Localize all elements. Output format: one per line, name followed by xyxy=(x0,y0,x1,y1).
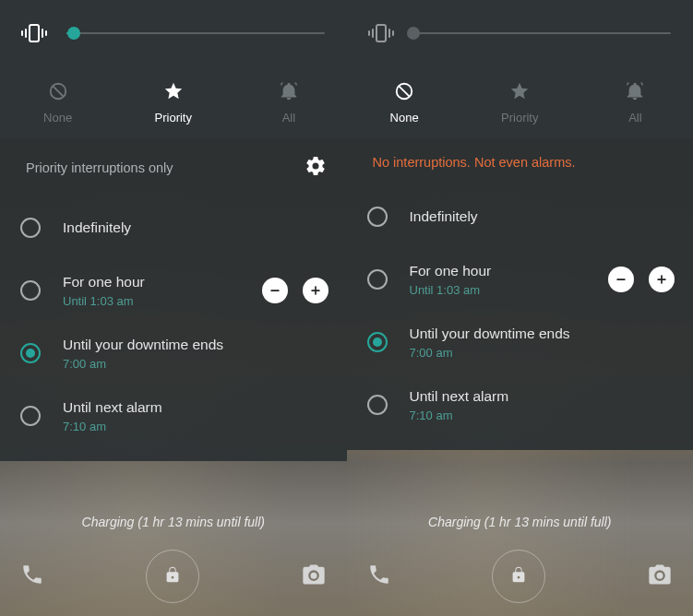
lock-icon xyxy=(162,564,183,588)
radio-icon xyxy=(367,269,388,290)
star-icon xyxy=(509,81,530,105)
duration-panel: No interruptions. Not even alarms. Indef… xyxy=(347,138,694,450)
gear-icon[interactable] xyxy=(305,155,327,181)
mode-none-label: None xyxy=(43,111,72,124)
header-title: No interruptions. Not even alarms. xyxy=(373,155,576,170)
option-title: Until your downtime ends xyxy=(63,337,329,353)
device-right: None Priority All No interruptions. Not … xyxy=(347,0,694,616)
volume-slider[interactable] xyxy=(66,32,325,34)
svg-rect-3 xyxy=(42,29,43,38)
charging-status: Charging (1 hr 13 mins until full) xyxy=(0,515,347,529)
camera-icon[interactable] xyxy=(647,562,673,591)
option-for-one-hour[interactable]: For one hour Until 1:03 am xyxy=(13,262,334,319)
duration-panel: Priority interruptions only Indefinitely… xyxy=(0,138,347,461)
radio-icon xyxy=(20,343,41,363)
camera-icon[interactable] xyxy=(301,562,327,591)
volume-row xyxy=(0,0,347,66)
radio-icon xyxy=(20,218,41,238)
vibrate-icon xyxy=(18,22,50,44)
bell-icon xyxy=(625,81,645,105)
vibrate-icon xyxy=(365,22,397,44)
option-title: For one hour xyxy=(410,263,602,279)
radio-icon xyxy=(367,207,388,227)
option-title: For one hour xyxy=(63,274,255,290)
option-title: Indefinitely xyxy=(63,219,329,236)
plus-button[interactable] xyxy=(649,267,675,292)
option-until-next-alarm[interactable]: Until next alarm 7:10 am xyxy=(360,376,681,433)
lock-icon xyxy=(508,564,529,588)
plus-button[interactable] xyxy=(303,278,329,303)
mode-priority-label: Priority xyxy=(155,111,192,124)
option-subtitle: 7:10 am xyxy=(410,409,675,422)
minus-button[interactable] xyxy=(608,267,634,292)
volume-panel: None Priority All xyxy=(0,0,347,138)
option-title: Indefinitely xyxy=(410,208,675,225)
mode-all-label: All xyxy=(282,111,295,124)
panel-header: Priority interruptions only xyxy=(13,155,334,199)
option-subtitle: 7:00 am xyxy=(410,346,675,360)
mode-all-label: All xyxy=(628,111,641,124)
minus-button[interactable] xyxy=(262,278,288,303)
interruption-modes: None Priority All xyxy=(0,66,347,138)
device-left: None Priority All Priority interruptions… xyxy=(0,0,347,616)
option-title: Until your downtime ends xyxy=(410,326,675,342)
mode-priority[interactable]: Priority xyxy=(462,66,578,138)
svg-line-6 xyxy=(53,86,64,97)
duration-options: Indefinitely For one hour Until 1:03 am … xyxy=(13,199,334,444)
radio-icon xyxy=(367,395,388,415)
svg-rect-19 xyxy=(661,275,663,283)
svg-rect-14 xyxy=(392,30,394,36)
mode-none[interactable]: None xyxy=(347,66,462,138)
lock-screen-bottom: Charging (1 hr 13 mins until full) xyxy=(0,515,347,616)
radio-icon xyxy=(367,332,388,352)
option-for-one-hour[interactable]: For one hour Until 1:03 am xyxy=(360,251,681,308)
option-until-downtime-ends[interactable]: Until your downtime ends 7:00 am xyxy=(13,325,334,382)
mode-priority[interactable]: Priority xyxy=(115,66,231,138)
svg-rect-4 xyxy=(45,30,47,36)
option-until-downtime-ends[interactable]: Until your downtime ends 7:00 am xyxy=(360,314,681,371)
radio-icon xyxy=(20,406,41,426)
star-icon xyxy=(163,81,184,105)
phone-icon[interactable] xyxy=(367,563,391,590)
volume-row xyxy=(347,0,694,66)
option-subtitle: Until 1:03 am xyxy=(63,294,255,308)
option-title: Until next alarm xyxy=(410,388,675,405)
unlock-button[interactable] xyxy=(146,550,199,603)
mode-all[interactable]: All xyxy=(231,66,346,138)
volume-slider[interactable] xyxy=(413,32,672,34)
svg-rect-9 xyxy=(315,286,317,294)
svg-rect-2 xyxy=(21,30,23,36)
option-subtitle: Until 1:03 am xyxy=(410,283,602,297)
svg-line-16 xyxy=(399,86,410,97)
option-subtitle: 7:00 am xyxy=(63,357,329,371)
volume-panel: None Priority All xyxy=(347,0,694,138)
mode-none[interactable]: None xyxy=(0,66,115,138)
phone-icon[interactable] xyxy=(20,563,44,590)
option-title: Until next alarm xyxy=(63,399,329,416)
svg-rect-1 xyxy=(25,29,27,38)
charging-status: Charging (1 hr 13 mins until full) xyxy=(347,515,694,529)
svg-rect-17 xyxy=(616,278,625,280)
svg-rect-12 xyxy=(368,30,370,36)
svg-rect-10 xyxy=(376,25,386,41)
svg-rect-13 xyxy=(388,29,390,38)
option-until-next-alarm[interactable]: Until next alarm 7:10 am xyxy=(13,387,334,444)
svg-rect-7 xyxy=(270,290,279,291)
option-subtitle: 7:10 am xyxy=(63,420,329,433)
block-icon xyxy=(48,81,68,105)
svg-rect-0 xyxy=(30,25,39,41)
unlock-button[interactable] xyxy=(492,550,545,603)
duration-options: Indefinitely For one hour Until 1:03 am … xyxy=(360,188,681,433)
option-indefinitely[interactable]: Indefinitely xyxy=(360,188,681,245)
mode-none-label: None xyxy=(390,111,419,124)
option-indefinitely[interactable]: Indefinitely xyxy=(13,199,334,256)
svg-rect-11 xyxy=(372,29,374,38)
interruption-modes: None Priority All xyxy=(347,66,694,138)
mode-priority-label: Priority xyxy=(501,111,538,124)
panel-header: No interruptions. Not even alarms. xyxy=(360,155,681,188)
mode-all[interactable]: All xyxy=(578,66,693,138)
radio-icon xyxy=(20,280,41,301)
header-title: Priority interruptions only xyxy=(26,160,173,175)
block-icon xyxy=(394,81,414,105)
lock-screen-bottom: Charging (1 hr 13 mins until full) xyxy=(347,515,694,616)
